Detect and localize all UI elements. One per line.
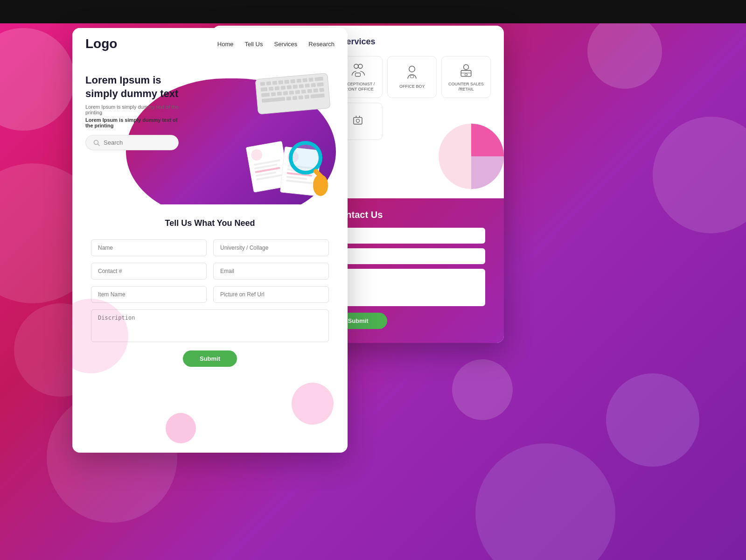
- svg-rect-9: [411, 76, 414, 78]
- service-label-countersales: COUNTER SALES /RETAIL: [445, 82, 488, 92]
- svg-rect-51: [283, 91, 288, 95]
- svg-rect-60: [293, 96, 298, 100]
- svg-point-8: [409, 66, 415, 72]
- pie-chart: [434, 119, 504, 194]
- nav-tellus[interactable]: Tell Us: [244, 41, 263, 48]
- card-left: Logo Home Tell Us Services Research Lore…: [72, 28, 348, 453]
- form-name-input[interactable]: [91, 239, 207, 256]
- svg-rect-36: [308, 77, 314, 82]
- form-grid-row2: [91, 263, 329, 280]
- svg-rect-59: [286, 97, 292, 101]
- svg-rect-44: [299, 84, 304, 88]
- svg-rect-49: [271, 92, 276, 96]
- svg-point-78: [291, 143, 321, 173]
- card-circle-2: [292, 383, 334, 425]
- svg-rect-62: [304, 95, 309, 99]
- nav-services[interactable]: Services: [274, 41, 298, 48]
- svg-rect-43: [293, 84, 298, 89]
- svg-point-11: [464, 64, 469, 70]
- hero-section: Lorem Ipsum is simply dummy text Lorem I…: [72, 60, 348, 204]
- tell-us-section: Tell Us What You Need Submit: [72, 204, 348, 376]
- form-description-input[interactable]: [91, 309, 329, 342]
- svg-rect-37: [314, 77, 323, 81]
- svg-rect-33: [290, 79, 295, 84]
- form-grid-row3: [91, 286, 329, 303]
- logo: Logo: [85, 36, 117, 51]
- countersales-icon: [458, 62, 474, 79]
- svg-rect-55: [307, 89, 312, 93]
- officeboy-icon: [404, 64, 420, 81]
- keyboard-svg: [254, 69, 334, 116]
- service-item-officeboy[interactable]: OFFICE BOY: [387, 56, 437, 98]
- svg-rect-47: [317, 82, 324, 86]
- svg-point-21: [356, 119, 360, 122]
- nav-home[interactable]: Home: [217, 41, 234, 48]
- hero-subtitle-bold: Lorem Ipsum is simply dummy text of the …: [85, 117, 179, 128]
- form-email-input[interactable]: [213, 263, 329, 280]
- form-contact-input[interactable]: [91, 263, 207, 280]
- svg-rect-46: [311, 83, 316, 87]
- svg-rect-13: [465, 74, 467, 76]
- nav-research[interactable]: Research: [308, 41, 335, 48]
- svg-rect-45: [305, 84, 310, 88]
- svg-rect-57: [319, 88, 324, 92]
- svg-line-26: [98, 144, 100, 146]
- bg-decoration-7: [606, 373, 699, 467]
- tell-us-submit-button[interactable]: Submit: [183, 350, 237, 367]
- svg-rect-54: [301, 90, 306, 94]
- form-university-input[interactable]: [213, 239, 329, 256]
- svg-rect-32: [284, 80, 289, 84]
- receptionist-icon: [349, 62, 366, 79]
- tell-us-title: Tell Us What You Need: [91, 218, 329, 228]
- svg-rect-29: [266, 81, 272, 85]
- bg-decoration-8: [475, 443, 615, 560]
- svg-rect-56: [313, 88, 318, 92]
- svg-point-6: [358, 64, 363, 69]
- service-item-r2-empty1: [387, 103, 437, 140]
- keyboard-illustration: [254, 69, 334, 116]
- svg-rect-41: [281, 86, 286, 90]
- search-box: [85, 135, 179, 150]
- service-r2-3-icon: [349, 112, 366, 128]
- magnify-glass-illustration: [287, 139, 334, 200]
- svg-point-5: [354, 64, 358, 69]
- svg-rect-61: [298, 95, 303, 99]
- svg-rect-30: [272, 81, 278, 85]
- bg-decoration-9: [452, 359, 513, 420]
- svg-rect-31: [279, 80, 284, 84]
- svg-rect-28: [260, 82, 265, 86]
- search-input[interactable]: [104, 139, 169, 146]
- pie-chart-area: [434, 119, 504, 194]
- svg-rect-7: [356, 73, 361, 76]
- svg-rect-50: [277, 91, 282, 96]
- svg-rect-52: [289, 91, 294, 95]
- hero-content: Lorem Ipsum is simply dummy text Lorem I…: [85, 74, 188, 150]
- service-label-officeboy: OFFICE BOY: [399, 84, 425, 89]
- bg-decoration-6: [653, 117, 746, 233]
- svg-rect-35: [302, 78, 307, 82]
- form-grid-row1: [91, 239, 329, 256]
- svg-rect-34: [296, 79, 301, 83]
- hero-subtitle: Lorem Ipsum is simply dummy text of the …: [85, 104, 179, 115]
- svg-rect-20: [354, 117, 362, 124]
- search-icon: [93, 140, 100, 146]
- svg-rect-53: [295, 90, 300, 94]
- card-circle-3: [166, 413, 196, 443]
- svg-rect-39: [269, 87, 274, 91]
- service-item-countersales[interactable]: COUNTER SALES /RETAIL: [441, 56, 491, 98]
- card-left-header: Logo Home Tell Us Services Research: [72, 28, 348, 60]
- main-nav: Home Tell Us Services Research: [217, 41, 335, 48]
- top-bar: [0, 0, 746, 23]
- bg-decoration-1: [0, 28, 75, 131]
- svg-rect-38: [261, 87, 268, 91]
- bg-decoration-5: [587, 14, 662, 89]
- svg-rect-48: [261, 93, 270, 98]
- svg-rect-42: [286, 85, 292, 89]
- form-itemname-input[interactable]: [91, 286, 207, 303]
- hero-title: Lorem Ipsum is simply dummy text: [85, 74, 188, 100]
- form-pictureref-input[interactable]: [213, 286, 329, 303]
- svg-rect-40: [275, 86, 280, 91]
